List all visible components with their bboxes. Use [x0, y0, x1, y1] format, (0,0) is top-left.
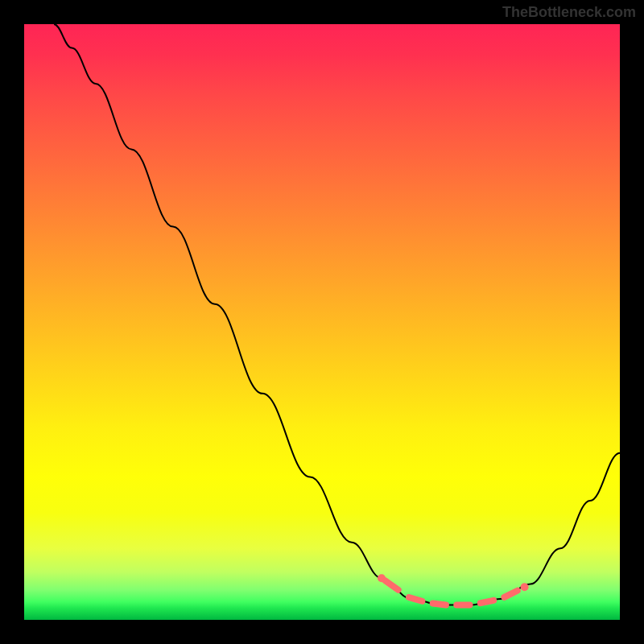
watermark-text: TheBottleneck.com — [502, 4, 636, 21]
optimal-range-markers — [378, 574, 529, 605]
range-dash — [409, 597, 422, 601]
range-dash — [481, 601, 493, 603]
range-dash — [385, 580, 398, 589]
chart-plot-area — [24, 24, 620, 620]
range-dash — [504, 591, 517, 597]
chart-curve — [24, 24, 620, 620]
bottleneck-curve — [54, 24, 620, 605]
range-endpoint-dot — [521, 583, 529, 591]
range-dash — [433, 603, 446, 605]
